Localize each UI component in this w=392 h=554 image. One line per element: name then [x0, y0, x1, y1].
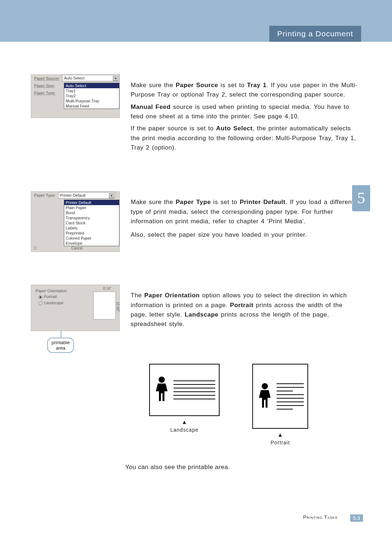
footer-section: Printing Tasks	[303, 514, 338, 520]
orientation-diagrams: ▲ Landscape ▲ Portrait	[96, 364, 361, 445]
diagram-portrait: ▲ Portrait	[252, 364, 308, 445]
page-title: Printing a Document	[269, 26, 361, 42]
header-band: Printing a Document	[0, 0, 392, 42]
diagram-landscape: ▲ Landscape	[149, 364, 220, 445]
printable-area-callout: printable area	[47, 338, 74, 353]
option-plain-paper[interactable]: Plain Paper	[64, 205, 119, 210]
paper-type-options[interactable]: Printer Default Plain Paper Bond Transpa…	[64, 200, 119, 246]
dropdown-arrow-icon[interactable]: ▾	[113, 76, 118, 81]
option-manual-feed[interactable]: Manual Feed	[64, 103, 119, 109]
option-multi-purpose[interactable]: Multi-Purpose Tray	[64, 98, 119, 103]
label-paper-source: Paper Source:	[31, 75, 61, 82]
label-landscape: Landscape	[149, 427, 220, 433]
dropdown-arrow-icon[interactable]: ▾	[109, 193, 114, 198]
radio-icon	[38, 295, 42, 299]
option-auto-select[interactable]: Auto Select	[64, 83, 119, 88]
person-icon	[154, 376, 170, 404]
label-paper-type: Paper Type:	[31, 89, 57, 97]
screenshot-orientation: Paper Orientation Portrait Landscape 8.1…	[31, 285, 120, 331]
section-orientation: Paper Orientation Portrait Landscape 8.1…	[31, 285, 361, 353]
radio-icon	[38, 301, 42, 305]
paper-type-value: Printer Default	[60, 193, 85, 197]
option-card-stock[interactable]: Card Stock	[64, 220, 119, 225]
option-tray1[interactable]: Tray1	[64, 88, 119, 93]
paper-source-select[interactable]: Auto Select ▾	[62, 75, 119, 81]
printable-area-note: You can also see the printable area.	[125, 464, 361, 471]
paper-source-value: Auto Select	[64, 76, 84, 80]
option-preprinted[interactable]: Preprinted	[64, 231, 119, 236]
option-printer-default[interactable]: Printer Default	[64, 200, 119, 205]
person-icon	[257, 382, 273, 411]
chapter-tab: 5	[352, 185, 370, 211]
dimension-width: 8.16"	[103, 286, 111, 290]
dimension-height: 10.66"	[116, 302, 120, 312]
section-paper-type: Paper Type: Printer Default ▾ Printer De…	[31, 191, 361, 252]
cancel-label[interactable]: Cancel	[71, 246, 82, 250]
screenshot-paper-source: Paper Source: Auto Select ▾ Paper Size: …	[31, 74, 120, 118]
orientation-preview	[93, 292, 116, 319]
option-labels[interactable]: Labels	[64, 225, 119, 231]
paper-source-text: Make sure the Paper Source is set to Tra…	[131, 74, 361, 159]
svg-point-1	[262, 383, 268, 389]
option-colored-paper[interactable]: Colored Paper	[64, 236, 119, 241]
footer-page-number: 5.3	[350, 514, 363, 522]
paper-type-select[interactable]: Printer Default ▾	[58, 192, 115, 199]
option-transparency[interactable]: Transparency	[64, 215, 119, 220]
paper-type-text: Make sure the Paper Type is set to Print…	[131, 191, 361, 252]
label-portrait: Portrait	[252, 440, 308, 445]
svg-point-0	[159, 377, 165, 383]
option-tray2[interactable]: Tray2	[64, 93, 119, 98]
option-bond[interactable]: Bond	[64, 210, 119, 215]
page-footer: Printing Tasks 5.3	[0, 514, 392, 536]
label-paper-size: Paper Size:	[31, 82, 56, 89]
section-paper-source: Paper Source: Auto Select ▾ Paper Size: …	[31, 74, 361, 159]
option-envelope[interactable]: Envelope	[64, 241, 119, 246]
up-arrow-icon: ▲	[149, 419, 220, 425]
label-paper-type2: Paper Type:	[31, 192, 57, 199]
orientation-text: The Paper Orientation option allows you …	[131, 285, 361, 353]
up-arrow-icon: ▲	[252, 432, 308, 438]
paper-source-options[interactable]: Auto Select Tray1 Tray2 Multi-Purpose Tr…	[64, 83, 119, 109]
screenshot-paper-type: Paper Type: Printer Default ▾ Printer De…	[31, 191, 120, 252]
